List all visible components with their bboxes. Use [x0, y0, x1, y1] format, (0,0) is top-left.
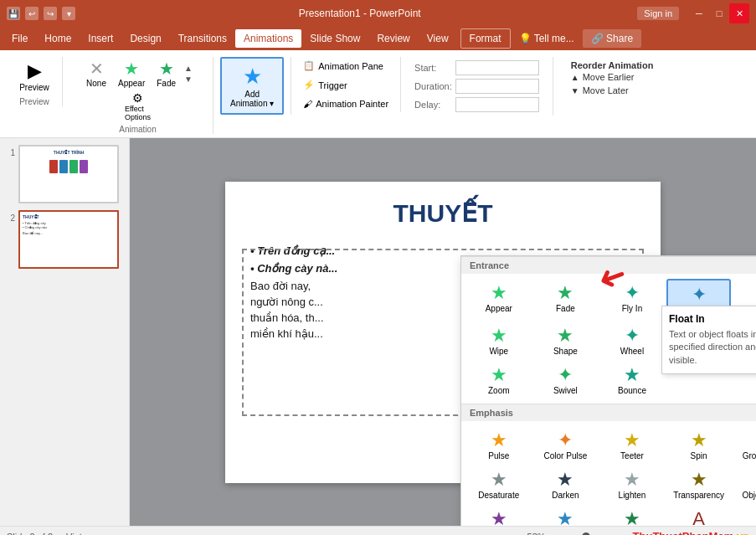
- undo-icon[interactable]: ↩: [25, 7, 39, 20]
- start-input[interactable]: [455, 60, 539, 75]
- anim-bounce[interactable]: ★ Bounce: [599, 361, 665, 399]
- anim-flyin-label: Fly In: [622, 304, 642, 313]
- anim-desaturate-label: Desaturate: [478, 491, 519, 500]
- anim-wheel[interactable]: ✦ Wheel: [599, 322, 665, 359]
- menu-file[interactable]: File: [3, 29, 36, 48]
- anim-bounce-label: Bounce: [618, 386, 646, 395]
- animation-pane-label: Animation Pane: [318, 61, 383, 71]
- anim-fillcolor[interactable]: ★ Fill Color: [599, 505, 665, 526]
- menu-format[interactable]: Format: [460, 28, 511, 49]
- anim-teeter-icon: ★: [624, 430, 640, 451]
- anim-linecolor[interactable]: ★ Line Color: [533, 505, 599, 526]
- maximize-btn[interactable]: □: [709, 3, 729, 23]
- move-later-btn[interactable]: ▼ Move Later: [571, 84, 654, 97]
- anim-fontcolor[interactable]: A Font Color: [733, 505, 756, 526]
- ribbon-group-reorder: Reorder Animation ▲ Move Earlier ▼ Move …: [553, 57, 671, 100]
- scroll-down-btn[interactable]: ▼: [183, 74, 194, 85]
- move-later-icon: ▼: [571, 86, 579, 95]
- anim-spin-label: Spin: [691, 451, 707, 460]
- anim-lighten[interactable]: ★ Lighten: [599, 466, 665, 503]
- add-animation-label: AddAnimation ▾: [230, 90, 274, 108]
- anim-darken[interactable]: ★ Darken: [533, 466, 599, 503]
- menu-transitions[interactable]: Transitions: [170, 29, 235, 48]
- slide-thumb-1[interactable]: 1 THUYẾT TRÌNH: [3, 145, 126, 203]
- preview-group-label: Preview: [19, 97, 49, 106]
- anim-bounce-icon: ★: [624, 364, 640, 386]
- slide-title: THUYẾT: [225, 182, 661, 236]
- anim-teeter[interactable]: ★ Teeter: [599, 426, 665, 464]
- brand-text: ThuThuatPhanMem.vn: [633, 530, 749, 535]
- anim-appear[interactable]: ★ Appear: [466, 279, 532, 320]
- menu-review[interactable]: Review: [368, 29, 418, 48]
- slide-info: Slide 2 of 2: [7, 532, 53, 536]
- anim-pulse-label: Pulse: [488, 451, 509, 460]
- menu-tell-me[interactable]: 💡 Tell me...: [511, 29, 583, 48]
- menu-insert[interactable]: Insert: [80, 29, 121, 48]
- delay-input[interactable]: [455, 97, 539, 112]
- preview-btn[interactable]: ▶ Preview: [13, 57, 55, 95]
- slide-img-1[interactable]: THUYẾT TRÌNH: [18, 145, 119, 203]
- slide-thumb-2[interactable]: 2 THUYẾT • Trên đồng cày • Chồng cày nào…: [3, 210, 126, 269]
- redo-icon[interactable]: ↪: [44, 7, 57, 20]
- slide-img-2[interactable]: THUYẾT • Trên đồng cày • Chồng cày nào B…: [18, 210, 119, 269]
- anim-fade[interactable]: ★ Fade: [533, 279, 599, 320]
- none-btn[interactable]: ✕ None: [81, 57, 111, 90]
- effect-options-icon: ⚙: [132, 91, 143, 105]
- slide-num-2: 2: [3, 213, 15, 223]
- anim-zoom[interactable]: ★ Zoom: [466, 361, 532, 399]
- anim-colorpulse[interactable]: ✦ Color Pulse: [533, 426, 599, 464]
- menu-slideshow[interactable]: Slide Show: [301, 29, 368, 48]
- appear-btn[interactable]: ★ Appear: [113, 57, 150, 90]
- anim-swivel[interactable]: ✦ Swivel: [533, 361, 599, 399]
- anim-teeter-label: Teeter: [620, 451, 644, 460]
- anim-brushcolor[interactable]: A Brush Color: [666, 505, 732, 526]
- none-label: None: [86, 79, 106, 88]
- menu-animations[interactable]: Animations: [235, 29, 301, 48]
- fade-btn[interactable]: ★ Fade: [152, 57, 181, 90]
- preview-label: Preview: [19, 83, 49, 92]
- add-animation-btn[interactable]: ★ AddAnimation ▾: [220, 57, 284, 115]
- close-btn[interactable]: ✕: [729, 3, 749, 23]
- appear-label: Appear: [118, 79, 145, 88]
- scroll-up-btn[interactable]: ▲: [183, 63, 194, 74]
- sign-in-btn[interactable]: Sign in: [637, 7, 679, 20]
- minimize-btn[interactable]: ─: [689, 3, 709, 23]
- anim-fade-label: Fade: [556, 304, 575, 313]
- title-bar: 💾 ↩ ↪ ▾ Presentation1 - PowerPoint Sign …: [0, 0, 756, 27]
- anim-pulse[interactable]: ★ Pulse: [466, 426, 532, 464]
- animation-painter-btn[interactable]: 🖌 Animation Painter: [298, 95, 393, 112]
- menu-share[interactable]: 🔗 Share: [583, 29, 641, 48]
- thumb2-bullet2: • Chồng cày nào: [23, 225, 115, 229]
- animation-pane-btn[interactable]: 📋 Animation Pane: [298, 57, 393, 75]
- save-icon[interactable]: 💾: [7, 7, 20, 20]
- anim-desaturate[interactable]: ★ Desaturate: [466, 466, 532, 503]
- duration-label: Duration:: [414, 81, 452, 91]
- anim-spin-icon: ★: [691, 430, 707, 451]
- anim-transparency-icon: ★: [691, 469, 707, 491]
- anim-wipe-label: Wipe: [489, 347, 508, 356]
- duration-input[interactable]: [455, 79, 539, 94]
- anim-objectcolor[interactable]: ★ Object Color: [733, 466, 756, 503]
- anim-appear-icon: ★: [491, 282, 507, 304]
- customize-icon[interactable]: ▾: [62, 7, 75, 20]
- move-earlier-btn[interactable]: ▲ Move Earlier: [571, 70, 654, 84]
- menu-bar: File Home Insert Design Transitions Anim…: [0, 27, 756, 50]
- add-animation-icon: ★: [243, 64, 262, 90]
- anim-wipe[interactable]: ★ Wipe: [466, 322, 532, 359]
- anim-compleme[interactable]: ★ Compleme...: [466, 505, 532, 526]
- effect-options-btn[interactable]: ⚙ EffectOptions: [121, 90, 154, 123]
- anim-spin[interactable]: ★ Spin: [666, 426, 732, 464]
- menu-home[interactable]: Home: [36, 29, 80, 48]
- menu-view[interactable]: View: [419, 29, 457, 48]
- anim-transparency[interactable]: ★ Transparency: [666, 466, 732, 503]
- anim-shape[interactable]: ★ Shape: [533, 322, 599, 359]
- animation-pane-icon: 📋: [303, 60, 315, 71]
- anim-growshrink[interactable]: ✦ Grow/Shrink: [733, 426, 756, 464]
- trigger-btn[interactable]: ⚡ Trigger: [298, 76, 393, 94]
- anim-linecolor-icon: ★: [557, 508, 573, 526]
- menu-design[interactable]: Design: [121, 29, 169, 48]
- tooltip-title: Float In: [669, 313, 756, 325]
- slide-num-1: 1: [3, 148, 15, 157]
- anim-wheel-label: Wheel: [620, 347, 644, 356]
- app-title: Presentation1 - PowerPoint: [82, 8, 637, 19]
